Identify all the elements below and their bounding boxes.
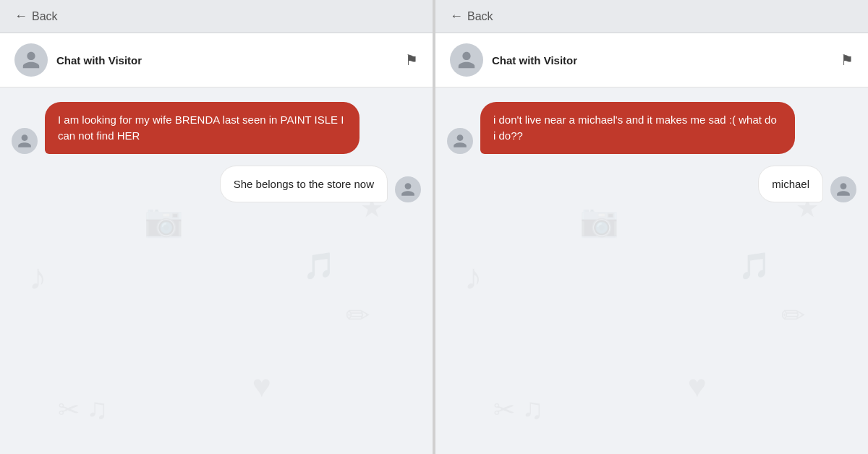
msg-avatar-icon-2 xyxy=(452,133,468,149)
chat-header-2: Chat with Visitor ⚑ xyxy=(435,33,868,87)
bubble-visitor-1: I am looking for my wife BRENDA last see… xyxy=(45,102,359,154)
flag-icon-2[interactable]: ⚑ xyxy=(841,51,854,69)
chat-header-left-2: Chat with Visitor xyxy=(450,43,577,77)
bubble-agent-2: michael xyxy=(758,166,823,203)
msg-avatar-icon-1 xyxy=(17,133,33,149)
back-arrow-icon-1: ← xyxy=(14,9,27,24)
chat-body-1: I am looking for my wife BRENDA last see… xyxy=(0,87,433,454)
top-bar-1: ← Back xyxy=(0,0,433,33)
panel-2: ♪ ♫ 📷 ✏ ♥ ★ ✂ 🎵 ← Back Chat with Visitor… xyxy=(433,0,868,454)
back-label-2: Back xyxy=(467,10,493,23)
msg-avatar-agent-1 xyxy=(395,176,421,202)
message-row-agent-1: She belongs to the store now xyxy=(220,166,421,203)
avatar-icon-2 xyxy=(456,50,477,70)
chat-title-2: Chat with Visitor xyxy=(492,54,577,67)
chat-header-1: Chat with Visitor ⚑ xyxy=(0,33,433,87)
back-label-1: Back xyxy=(32,10,58,23)
visitor-avatar-2 xyxy=(450,43,483,77)
bubble-agent-1: She belongs to the store now xyxy=(220,166,388,203)
panel-1: ♪ ♫ 📷 ✏ ♥ ★ ✂ 🎵 ← Back xyxy=(0,0,433,454)
chat-title-1: Chat with Visitor xyxy=(56,54,142,67)
msg-avatar-icon-agent-1 xyxy=(400,181,416,197)
back-button-1[interactable]: ← Back xyxy=(14,9,58,24)
msg-avatar-icon-agent-2 xyxy=(835,181,851,197)
msg-avatar-visitor-1 xyxy=(12,128,38,154)
message-row-agent-2: michael xyxy=(758,166,856,203)
avatar-icon-1 xyxy=(21,50,41,70)
message-row-visitor-1: I am looking for my wife BRENDA last see… xyxy=(12,102,359,154)
msg-avatar-agent-2 xyxy=(830,176,856,202)
chat-body-2: i don't live near a michael's and it mak… xyxy=(435,87,868,454)
top-bar-2: ← Back xyxy=(435,0,868,33)
back-button-2[interactable]: ← Back xyxy=(450,9,493,24)
visitor-avatar-1 xyxy=(14,43,48,77)
flag-icon-1[interactable]: ⚑ xyxy=(405,51,418,69)
message-row-visitor-2: i don't live near a michael's and it mak… xyxy=(447,102,795,154)
bubble-visitor-2: i don't live near a michael's and it mak… xyxy=(480,102,795,154)
chat-header-left-1: Chat with Visitor xyxy=(14,43,142,77)
back-arrow-icon-2: ← xyxy=(450,9,463,24)
msg-avatar-visitor-2 xyxy=(447,128,473,154)
